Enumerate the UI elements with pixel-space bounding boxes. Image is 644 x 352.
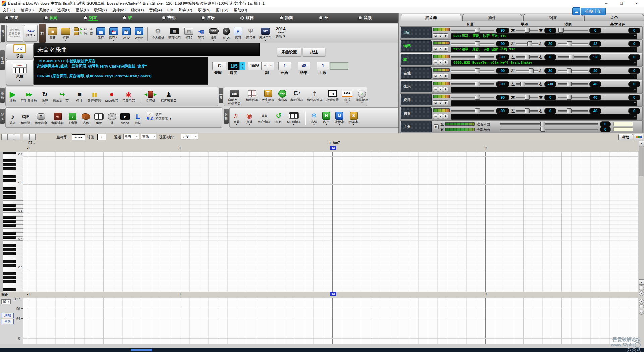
end-bar-field[interactable]: 48 [298,62,310,70]
reverb-value[interactable]: 40 [589,95,601,100]
mute-button[interactable]: M [433,47,438,52]
slider-handle[interactable] [558,28,564,33]
start-bar-field[interactable]: 1 [278,62,291,70]
pan-value[interactable]: 0 [544,108,556,114]
key-field[interactable]: C [212,62,226,70]
tempo-spinner[interactable]: ▲▼ [239,62,245,70]
bar-settings-button[interactable]: F5小节设置 [325,89,340,102]
slider-handle[interactable] [529,68,534,73]
piano-key-black[interactable] [3,264,16,267]
chord-display-button[interactable]: B♭C和弦显示 ▼ [146,117,172,121]
scroll-up-icon[interactable]: ▲ [639,141,644,146]
reverb-slider[interactable] [558,28,588,32]
pan-slider[interactable] [516,68,538,73]
velocity-gain-button[interactable]: 增加 [2,313,14,318]
pan-value[interactable]: 30 [544,68,556,74]
slider-handle[interactable] [525,108,530,113]
volume-slider[interactable] [451,95,494,99]
piano-key-black[interactable] [3,191,16,194]
reverb-value[interactable]: 52 [589,54,601,60]
patch-dropdown-icon[interactable]: ▼ [634,87,636,92]
maximize-button[interactable]: ❐ [614,0,629,7]
tone-value[interactable]: 0 [628,28,640,33]
reverb-value[interactable]: 40 [589,68,601,74]
slider-handle[interactable] [475,68,480,73]
hscrollbar-thumb[interactable] [131,349,152,351]
piano-key-black[interactable] [3,280,16,283]
tuner-button[interactable]: Ψ调音器 [245,26,257,40]
song-settings-button[interactable]: 乐曲设置 [277,48,301,56]
patch-display[interactable]: ▼ [451,114,637,120]
piano-key-black[interactable] [3,179,16,182]
freeze-button[interactable]: ✱ [443,114,448,119]
slider-handle[interactable] [567,108,572,113]
reverb-slider[interactable] [558,68,588,73]
piano-key-black[interactable] [3,159,16,162]
patch-display[interactable]: 8888:真鼓=BossaTerryClarke^4-Brsh,Shaker▼ [451,60,637,66]
menu-item[interactable]: 选项(O) [54,7,73,13]
scroll-down-icon[interactable]: ▼ [639,279,644,285]
pan-slider[interactable] [516,41,538,46]
zoom-out-icon[interactable]: − [639,304,644,309]
volume-slider[interactable] [451,68,494,73]
menu-item[interactable]: 播放(P) [73,7,91,13]
reverb-value[interactable]: 40 [589,81,601,87]
slider-handle[interactable] [525,28,530,33]
tempo-percent-button[interactable]: 100% [248,62,262,70]
duration-note-button[interactable]: ♪ [97,134,106,140]
snap-value-button[interactable]: NONE [72,134,85,141]
volume-slider[interactable] [451,28,494,32]
trackbar-guitar[interactable]: 吉他 [162,15,175,21]
track-name-melody[interactable]: 旋律 [401,94,432,105]
piano-key-black[interactable] [3,152,16,154]
slider-handle[interactable] [567,82,572,86]
chord-options-button[interactable]: C⁷和弦选项 [290,89,305,102]
edit-tool-button-2[interactable] [8,134,14,140]
slider-handle[interactable] [475,41,480,46]
prev-song-button[interactable]: ➤前一首 [74,27,93,31]
solo-button[interactable]: S [438,33,443,38]
master-mute-button[interactable]: M [434,124,439,129]
mute-button[interactable]: M [433,60,438,65]
edit-tool-button-1[interactable] [1,134,8,140]
piano-key-black[interactable] [3,220,16,223]
patch-display[interactable]: ▼ [451,87,637,93]
file-tab[interactable]: 档 [39,24,46,43]
solo-button[interactable]: S [438,74,443,79]
open-song-button[interactable]: 打开▼ [60,26,71,42]
preferences-button[interactable]: ⚙个人偏好 [151,26,165,40]
slider-handle[interactable] [475,82,480,86]
piano-key-black[interactable] [3,195,16,199]
master-volume-slider[interactable] [500,121,598,126]
trackbar-drums[interactable]: 鼓 [123,15,132,21]
song-title-bar[interactable]: 未命名乐曲 [34,43,260,56]
reverb-slider[interactable] [558,41,588,46]
features-2014-button[interactable]: 2014NEW功能 ▼ [274,26,287,38]
memo-button[interactable]: 批注 [303,48,325,56]
trackbar-audio[interactable]: 音频 [358,15,372,21]
piano-key-black[interactable] [3,163,16,166]
freeze-button[interactable]: ✱ [443,100,448,105]
pan-value[interactable]: 20 [544,41,556,47]
tone-value[interactable]: 0 [628,108,640,114]
velocity-grid[interactable] [23,298,638,344]
trackbar-thru[interactable]: 至 [319,15,328,21]
track-name-drums[interactable]: 鼓 [401,54,432,65]
style-button[interactable]: ▪▪▪▪▪ 风格 ▼ [6,60,34,85]
zoom-in-icon[interactable]: + [639,299,644,304]
current-bar-highlight[interactable]: 1a [330,292,336,296]
pan-value[interactable]: 0 [544,95,556,100]
solo-button[interactable]: S [438,60,443,65]
midi-tracks-button[interactable]: MIDI音轨▼ [286,111,301,126]
piano-key-black[interactable] [3,260,16,263]
tone-value[interactable]: 0 [628,81,640,87]
grid-options-button[interactable] [634,134,643,140]
zoom-out-icon[interactable]: − [639,285,644,291]
tone-value[interactable]: 0 [628,68,640,74]
slider-handle[interactable] [525,55,530,59]
horizontal-scrollbar[interactable]: + − ⚙ [0,348,644,352]
slider-handle[interactable] [527,41,532,46]
slider-handle[interactable] [475,55,480,59]
realdrums-button[interactable]: ◉真鼓▼ [244,111,254,126]
piano-key-black[interactable] [3,248,16,251]
